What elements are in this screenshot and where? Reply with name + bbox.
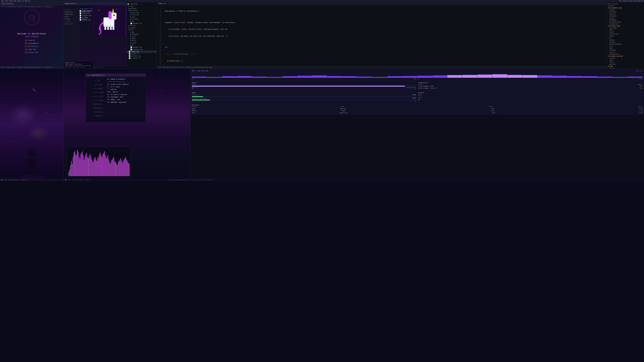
svg-point-39 xyxy=(35,26,36,26)
tab-label: flake.nix xyxy=(158,3,166,4)
svg-point-36 xyxy=(25,26,25,26)
tree-system[interactable]: ▶ system xyxy=(126,25,157,27)
tree-hardware[interactable]: ▶ hardware xyxy=(126,33,157,35)
sidebar-item-documents[interactable]: Documents xyxy=(64,11,79,13)
viz-bar xyxy=(128,162,128,176)
viz-bar xyxy=(96,161,97,176)
viz-bar xyxy=(80,154,81,176)
proc-item-3: 5150pipewire-pu0.1%0.1% xyxy=(192,112,322,114)
editor-file-tree: 📁 .dotfiles ▶ .git ▶ patches ▼ profiles … xyxy=(126,2,157,68)
disks-section: Disks /dev/dm-0 / 504GB /dev/dm-0 /nix/s… xyxy=(191,91,322,103)
terminal-info: 4.03M sum, 133k free 0/13 All xyxy=(65,66,92,68)
tree-style[interactable]: ▶ style xyxy=(126,42,157,44)
tree-flake-nix[interactable]: 📄 flake.nix xyxy=(126,51,157,53)
tree-git[interactable]: ▶ .git xyxy=(126,5,157,7)
folder-icon: ▶ xyxy=(129,7,130,9)
svg-point-14 xyxy=(22,15,22,16)
tree-desktop[interactable]: 📄 desktop.png xyxy=(126,48,157,51)
file-name: flake.nix xyxy=(82,12,90,14)
br-datetime: Sat 2024-03-09 05:06:00 PM xyxy=(191,179,212,181)
file-icon: 📄 xyxy=(130,23,132,24)
tree-harden[interactable]: 📄 harden.sh xyxy=(126,53,157,55)
viz-bar xyxy=(124,160,124,176)
tree-worklab[interactable]: ▶ worklab xyxy=(126,18,157,20)
tree-app[interactable]: ▶ app xyxy=(126,31,157,33)
memory-bar-fill xyxy=(192,86,322,87)
editor-tab-flake-nix[interactable]: flake.nix xyxy=(157,2,168,5)
tree-root[interactable]: 📁 .dotfiles xyxy=(126,3,157,5)
tree-themes[interactable]: ▶ themes xyxy=(126,27,157,29)
tree-wm[interactable]: ▶ wm xyxy=(126,44,157,46)
viz-bar xyxy=(124,158,125,176)
viz-bar xyxy=(83,155,84,176)
tree-shell[interactable]: ▶ shell xyxy=(126,40,157,42)
viz-bar xyxy=(129,164,129,176)
memory-bar-bg xyxy=(192,86,322,87)
cpu-graph xyxy=(192,72,322,78)
terminal-overlay: emmetFirefly: /home/emmet/.dotfiles root… xyxy=(64,61,93,68)
tree-profiles[interactable]: ▼ profiles xyxy=(126,9,157,11)
svg-point-2 xyxy=(28,9,29,9)
viz-bar xyxy=(84,160,84,176)
viz-bar xyxy=(73,157,73,176)
tree-label: work xyxy=(132,16,135,18)
svg-rect-56 xyxy=(114,15,114,15)
tree-personal[interactable]: ▶ personal xyxy=(126,14,157,16)
svg-point-0 xyxy=(22,9,22,9)
viz-bar xyxy=(110,164,111,176)
active-tab[interactable]: Tech Profile xyxy=(1,3,14,5)
viz-bar xyxy=(123,161,124,176)
viz-bar xyxy=(93,161,94,176)
viz-bar xyxy=(86,153,87,176)
tree-label: hardware xyxy=(132,33,139,35)
viz-bar xyxy=(114,161,115,176)
tree-install-org[interactable]: 📄 install.org xyxy=(126,55,157,57)
link-close[interactable]: [x] Close tab xyxy=(25,51,39,54)
link-history[interactable]: [S h] History xyxy=(25,45,39,48)
tree-label: README.org xyxy=(133,46,142,48)
sidebar-item-music[interactable]: Music xyxy=(64,15,79,18)
file-icon: 📄 xyxy=(80,19,81,21)
file-icon: 📄 xyxy=(130,49,132,50)
sidebar-item-themes[interactable]: themes xyxy=(64,18,79,20)
sidebar-item-flake-lock[interactable]: flake.lock xyxy=(64,23,79,25)
tree-pkgs[interactable]: ▶ pkgs xyxy=(126,37,157,40)
folder-icon: ▶ xyxy=(130,40,131,42)
svg-point-30 xyxy=(28,22,29,23)
viz-bar xyxy=(89,155,90,176)
tree-label: desktop.png xyxy=(133,49,142,50)
tree-wsl[interactable]: ▶ wsl xyxy=(126,20,157,22)
tree-user[interactable]: ▼ user xyxy=(126,29,157,31)
tree-readme1[interactable]: 📄 README.org xyxy=(126,22,157,25)
viz-bar xyxy=(107,157,107,176)
file-icon: 📄 xyxy=(80,10,81,12)
cpu-bar xyxy=(222,76,237,78)
file-icon: 📄 xyxy=(129,57,130,59)
tree-work[interactable]: ▶ work xyxy=(126,16,157,18)
proc-items: 2520Hyprland0.3%0.4% 550631emacs0.2%0.7%… xyxy=(192,108,322,114)
tree-label: wsl xyxy=(132,21,134,22)
link-search[interactable]: [o] Search xyxy=(25,39,39,42)
memory-stats: EAM: 95 5.7618/02.2018 xyxy=(192,87,322,88)
memory-footer: 0%0% xyxy=(192,88,322,90)
disk-item-2: /dev/dm-0 /nix/store 503GB xyxy=(192,97,322,99)
tree-home-lab[interactable]: ▶ home.lab xyxy=(126,11,157,14)
viz-bar xyxy=(72,164,72,176)
line-numbers: 12345 678910 1112131415 1617181920 21222… xyxy=(157,5,162,66)
nebula2 xyxy=(26,125,51,142)
tree-lang[interactable]: ▶ lang xyxy=(126,35,157,37)
tree-readme2[interactable]: 📄 README.org xyxy=(126,46,157,48)
tree-patches[interactable]: ▶ patches xyxy=(126,7,157,9)
viz-bar xyxy=(113,158,113,176)
svg-rect-55 xyxy=(113,14,114,16)
image-panel xyxy=(93,5,126,36)
tree-install-sh[interactable]: 📄 install.sh xyxy=(126,57,157,59)
sidebar-section-external: External xyxy=(64,20,79,23)
link-quickmarks[interactable]: [b] Quickmarks xyxy=(25,42,39,45)
viz-bar xyxy=(96,160,96,176)
link-newtab[interactable]: [t] New tab xyxy=(25,48,39,51)
sidebar-item-downloads[interactable]: Downloads xyxy=(64,13,79,15)
bm-statusbar: ⬛ Tech 100% 20% 100% 2S 10$ 2$ Sat 2024-… xyxy=(64,179,190,181)
viz-bar xyxy=(87,157,88,176)
viz-bar xyxy=(103,154,103,176)
